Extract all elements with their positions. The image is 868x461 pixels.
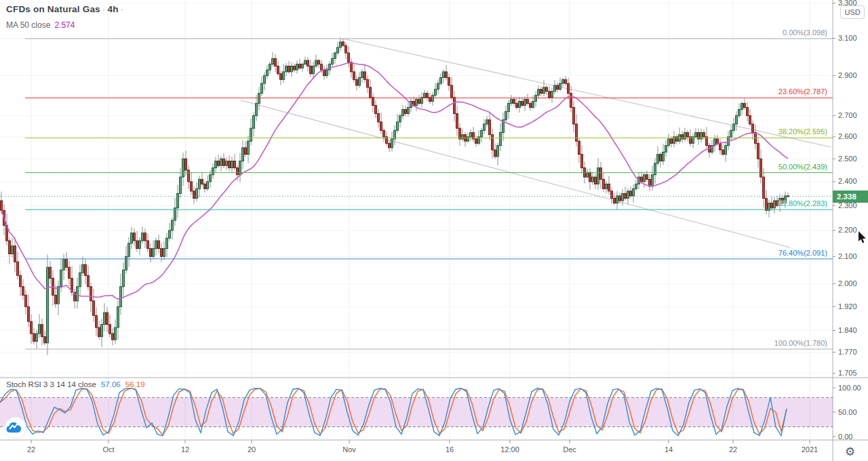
price-chart-canvas[interactable] (0, 0, 868, 461)
settings-gear-icon[interactable]: ⚙ (845, 445, 855, 459)
mouse-cursor-icon (859, 231, 866, 243)
tradingview-logo-icon[interactable] (5, 417, 26, 439)
trading-chart-window: CFDs on Natural Gas·4h· MA 50 close2.574… (0, 0, 868, 461)
